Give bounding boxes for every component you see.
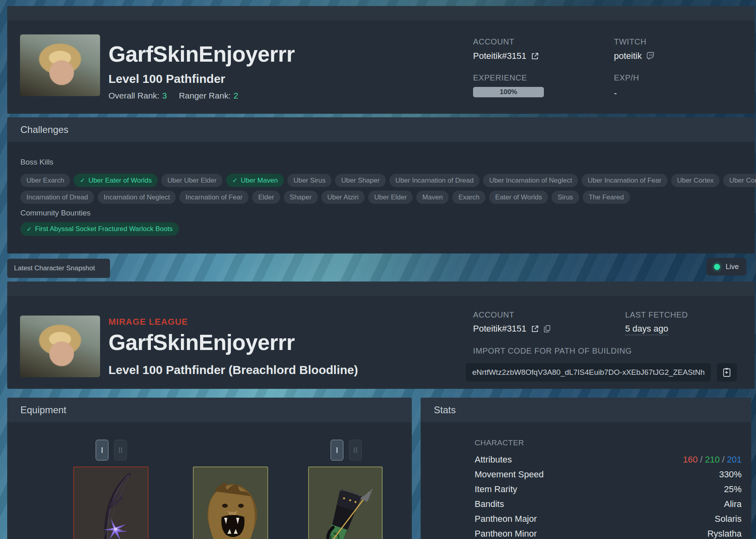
external-link-icon[interactable] xyxy=(531,52,539,60)
community-bounties-row: ✓First Abyssal Socket Fractured Warlock … xyxy=(20,222,179,236)
boss-kill-badge: Exarch xyxy=(452,191,485,204)
stat-value: Ryslatha xyxy=(707,529,742,539)
twitch-value[interactable]: poteitik xyxy=(614,51,642,61)
stat-value: 25% xyxy=(724,484,742,495)
boss-kill-badge: The Feared xyxy=(583,191,630,204)
league-name: MIRAGE LEAGUE xyxy=(108,317,188,327)
character-name: GarfSkinEnjoyerrr xyxy=(108,41,295,67)
boss-kill-badges-row-1: Uber Exarch ✓Uber Eater of Worlds Uber U… xyxy=(20,174,756,187)
live-label: Live xyxy=(726,263,739,271)
bow-image xyxy=(74,467,148,539)
item-slot-helmet[interactable] xyxy=(193,467,268,539)
boss-kill-badge: Uber Elder xyxy=(368,191,413,204)
stats-header-bar: Stats xyxy=(421,398,751,422)
character-avatar xyxy=(20,34,100,96)
check-icon: ✓ xyxy=(232,177,237,184)
boss-kill-badge: Uber Uber Elder xyxy=(161,174,223,187)
boss-kills-label: Boss Kills xyxy=(20,158,53,167)
quiver-image xyxy=(309,467,382,539)
account-value[interactable]: Poteitik#3151 xyxy=(473,51,526,61)
stat-value: Alira xyxy=(724,499,742,509)
boss-kill-badge: Shaper xyxy=(284,191,318,204)
stat-row: Movement Speed330% xyxy=(475,467,742,482)
character-avatar xyxy=(20,316,100,377)
stat-row: Pantheon MinorRyslatha xyxy=(475,526,742,539)
account-label: ACCOUNT xyxy=(473,37,514,46)
stats-title: Stats xyxy=(434,398,456,422)
account-value-row[interactable]: Poteitik#3151 xyxy=(473,51,539,61)
import-code-label: IMPORT CODE FOR PATH OF BUILDING xyxy=(473,346,632,356)
boss-kill-badges-row-2: Incarnation of Dread Incarnation of Negl… xyxy=(20,191,630,204)
lion-pelt-image xyxy=(194,467,267,539)
boss-kill-badge: Sirus xyxy=(551,191,579,204)
character-class-level: Level 100 Pathfinder (Breachlord Bloodli… xyxy=(108,363,358,377)
boss-kill-badge: Uber Exarch xyxy=(20,174,70,187)
account-label: ACCOUNT xyxy=(473,310,514,320)
stat-row: BanditsAlira xyxy=(475,497,742,511)
stat-row: Pantheon MajorSolaris xyxy=(475,511,742,526)
dexterity-value: 210 xyxy=(705,455,720,465)
item-slot-quiver[interactable] xyxy=(308,467,383,539)
import-code-input[interactable] xyxy=(466,363,711,382)
check-icon: ✓ xyxy=(80,177,85,184)
boss-kill-badge: Uber Shaper xyxy=(335,174,385,187)
overall-rank-value: 3 xyxy=(162,91,167,100)
weapon-set-2-tab-primary[interactable]: I xyxy=(331,440,343,461)
weapon-set-1-tab-secondary[interactable]: II xyxy=(114,440,127,461)
ranger-rank: Ranger Rank:2 xyxy=(179,91,238,101)
boss-kill-badge: Maven xyxy=(416,191,449,204)
experience-bar: 100% xyxy=(473,87,544,97)
boss-kill-badge: Uber Incarnation of Fear xyxy=(582,174,667,187)
account-value[interactable]: Poteitik#3151 xyxy=(473,324,526,334)
copy-import-code-button[interactable] xyxy=(717,363,737,382)
challenges-panel: Challenges Boss Kills Uber Exarch ✓Uber … xyxy=(7,117,755,253)
tab-latest-character-snapshot[interactable]: Latest Character Snapshot xyxy=(7,259,110,278)
overall-rank: Overall Rank:3 xyxy=(108,91,167,101)
twitch-icon xyxy=(647,52,654,60)
rank-row: Overall Rank:3 Ranger Rank:2 xyxy=(108,91,238,101)
last-fetched-label: LAST FETCHED xyxy=(625,310,688,320)
community-bounties-label: Community Bounties xyxy=(20,209,90,217)
external-link-icon[interactable] xyxy=(531,325,539,333)
live-toggle[interactable]: Live xyxy=(706,258,746,276)
last-fetched-value: 5 days ago xyxy=(625,324,668,335)
stat-label: Bandits xyxy=(475,499,504,509)
experience-percent: 100% xyxy=(500,88,517,96)
challenges-title: Challenges xyxy=(20,117,68,142)
last-fetched-value-row: 5 days ago xyxy=(625,324,668,335)
check-icon: ✓ xyxy=(26,225,32,233)
attributes-value: 160/210/201 xyxy=(683,455,742,465)
weapon-set-1-tab-primary[interactable]: I xyxy=(96,440,108,461)
challenges-header-bar: Challenges xyxy=(7,117,755,142)
boss-kill-badge: Incarnation of Neglect xyxy=(98,191,176,204)
boss-kill-badge: Uber Sirus xyxy=(287,174,331,187)
twitch-value-row[interactable]: poteitik xyxy=(614,51,654,61)
item-slot-bow[interactable] xyxy=(73,467,148,539)
character-name: GarfSkinEnjoyerrr xyxy=(108,330,295,355)
boss-kill-badge: Uber Atziri xyxy=(321,191,365,204)
stat-row: Item Rarity25% xyxy=(475,482,742,497)
experience-fill: 100% xyxy=(473,87,544,97)
stat-value: Solaris xyxy=(715,514,742,524)
panel-top-strip xyxy=(7,282,755,296)
intelligence-value: 201 xyxy=(727,455,742,465)
weapon-set-2-tab-secondary[interactable]: II xyxy=(349,440,362,461)
stat-label: Pantheon Major xyxy=(475,514,537,524)
stat-label: Item Rarity xyxy=(475,484,517,495)
boss-kill-badge: Uber Incarnation of Dread xyxy=(389,174,480,187)
community-bounty-badge-completed: ✓First Abyssal Socket Fractured Warlock … xyxy=(20,222,179,236)
equipment-header-bar: Equipment xyxy=(7,398,412,422)
account-value-row[interactable]: Poteitik#3151 xyxy=(473,324,551,334)
ranger-rank-value: 2 xyxy=(233,91,238,100)
character-profile-page: GarfSkinEnjoyerrr Level 100 Pathfinder O… xyxy=(0,0,756,539)
boss-kill-badge: Uber Cortex xyxy=(671,174,720,187)
boss-kill-badge: Incarnation of Fear xyxy=(179,191,249,204)
stat-row-attributes: Attributes 160/210/201 xyxy=(475,452,742,467)
boss-kill-badge: Incarnation of Dread xyxy=(20,191,94,204)
stats-rows: Attributes 160/210/201 Movement Speed330… xyxy=(475,452,742,539)
copy-account-icon[interactable] xyxy=(543,325,551,333)
boss-kill-badge-completed: ✓Uber Maven xyxy=(226,174,284,187)
boss-kill-badge: Eater of Worlds xyxy=(489,191,548,204)
character-class-level: Level 100 Pathfinder xyxy=(108,72,225,86)
panel-top-strip xyxy=(7,6,755,20)
